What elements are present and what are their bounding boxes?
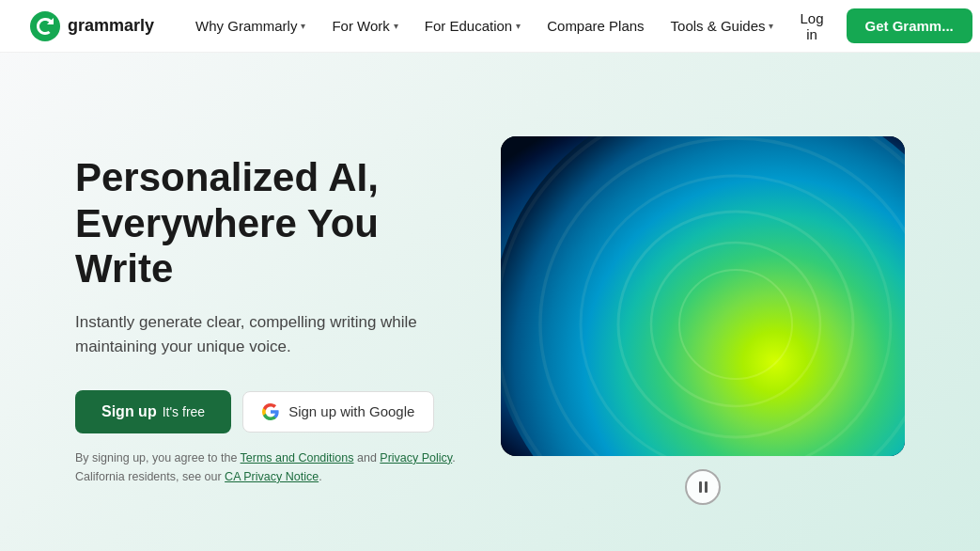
grammarly-logo-icon [30, 11, 60, 41]
pause-icon [699, 481, 708, 493]
chevron-icon: ▾ [301, 21, 305, 31]
terms-link[interactable]: Terms and Conditions [241, 451, 354, 464]
pause-button[interactable] [685, 469, 721, 505]
google-signup-button[interactable]: Sign up with Google [242, 391, 434, 433]
chevron-icon: ▾ [516, 21, 521, 31]
nav-why-grammarly[interactable]: Why Grammarly ▾ [184, 10, 317, 41]
google-logo-icon [262, 403, 279, 420]
logo-text: grammarly [68, 16, 154, 36]
hero-legal: By signing up, you agree to the Terms an… [75, 449, 463, 486]
nav-compare-plans[interactable]: Compare Plans [536, 10, 655, 41]
nav-for-education[interactable]: For Education ▾ [413, 10, 532, 41]
hero-section: Personalized AI, Everywhere You Write In… [0, 53, 980, 551]
hero-image [501, 136, 905, 456]
hero-buttons: Sign up It's free Sign up with Google [75, 390, 463, 433]
get-grammarly-button[interactable]: Get Gramm... [847, 8, 972, 43]
nav-actions: Log in Get Gramm... [785, 3, 972, 50]
privacy-link[interactable]: Privacy Policy [380, 451, 452, 464]
logo-link[interactable]: grammarly [30, 11, 154, 41]
hero-visual [501, 136, 905, 505]
nav-for-work[interactable]: For Work ▾ [320, 10, 409, 41]
signup-button[interactable]: Sign up It's free [75, 390, 231, 433]
orb-arcs-svg [501, 136, 905, 456]
chevron-icon: ▾ [394, 21, 398, 31]
hero-title: Personalized AI, Everywhere You Write [75, 155, 463, 291]
hero-content: Personalized AI, Everywhere You Write In… [75, 155, 501, 486]
navbar: grammarly Why Grammarly ▾ For Work ▾ For… [0, 0, 980, 53]
glowing-orb-visual [501, 136, 905, 456]
svg-point-0 [30, 11, 60, 41]
chevron-icon: ▾ [769, 21, 773, 31]
nav-tools-guides[interactable]: Tools & Guides ▾ [660, 10, 786, 41]
login-button[interactable]: Log in [785, 3, 838, 50]
ca-privacy-link[interactable]: CA Privacy Notice [225, 470, 319, 483]
hero-subtitle: Instantly generate clear, compelling wri… [75, 310, 463, 360]
nav-links: Why Grammarly ▾ For Work ▾ For Education… [184, 10, 785, 41]
